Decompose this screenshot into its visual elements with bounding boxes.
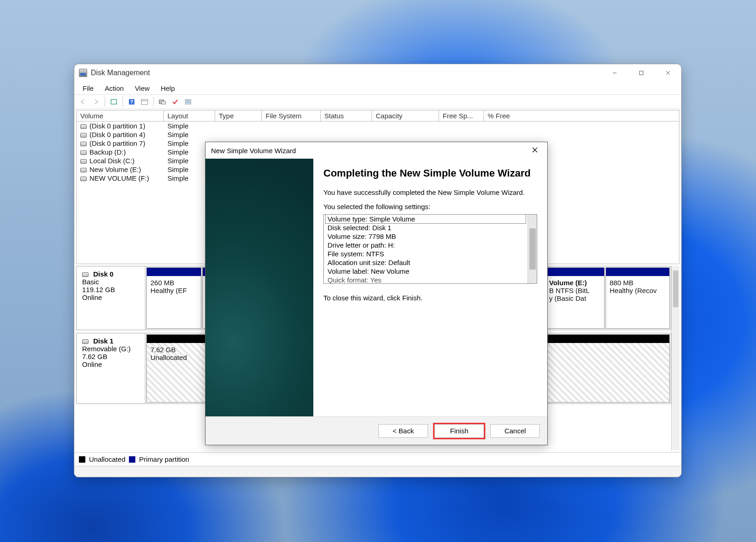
- wizard-settings-scrollbar[interactable]: [528, 215, 537, 283]
- svg-rect-1: [639, 71, 643, 75]
- app-title: Disk Management: [91, 69, 150, 77]
- volume-row[interactable]: (Disk 0 partition 1)Simple: [77, 122, 679, 130]
- wizard-completed-text: You have successfully completed the New …: [323, 188, 537, 196]
- wizard-setting-row[interactable]: Quick format: Yes: [326, 276, 526, 284]
- volume-row[interactable]: (Disk 0 partition 4)Simple: [77, 130, 679, 139]
- disk-icon: [80, 150, 87, 155]
- wizard-title: New Simple Volume Wizard: [211, 147, 296, 155]
- partition[interactable]: 880 MB Healthy (Recov: [606, 267, 670, 329]
- col-type[interactable]: Type: [215, 111, 262, 121]
- col-free[interactable]: Free Sp...: [439, 111, 484, 121]
- col-fs[interactable]: File System: [262, 111, 321, 121]
- col-status[interactable]: Status: [321, 111, 372, 121]
- disk-icon: [82, 339, 89, 344]
- toolbar: ?: [74, 94, 681, 109]
- disk-icon: [82, 272, 89, 277]
- disk-icon: [80, 124, 87, 129]
- legend: Unallocated Primary partition: [74, 452, 681, 466]
- wizard-settings-list[interactable]: Volume type: Simple Volume Disk selected…: [323, 214, 537, 284]
- disk-icon: [80, 133, 87, 138]
- help-icon[interactable]: ?: [126, 96, 138, 107]
- wizard-setting-row[interactable]: Drive letter or path: H:: [326, 241, 526, 249]
- app-icon: [79, 69, 87, 77]
- menu-file[interactable]: File: [77, 83, 99, 93]
- svg-text:?: ?: [130, 99, 133, 105]
- finish-button[interactable]: Finish: [434, 424, 484, 438]
- svg-rect-11: [185, 100, 191, 104]
- col-capacity[interactable]: Capacity: [372, 111, 439, 121]
- menu-view[interactable]: View: [129, 83, 155, 93]
- wizard-side-graphic: [206, 159, 313, 416]
- disk-label: Disk 0 Basic 119.12 GB Online: [77, 266, 145, 330]
- new-simple-volume-wizard: New Simple Volume Wizard Completing the …: [205, 142, 548, 445]
- legend-unallocated: Unallocated: [89, 455, 125, 463]
- svg-rect-10: [161, 101, 166, 104]
- menu-help[interactable]: Help: [155, 83, 180, 93]
- menu-action[interactable]: Action: [99, 83, 129, 93]
- col-pct-free[interactable]: % Free: [484, 111, 544, 121]
- partition[interactable]: 260 MB Healthy (EF: [146, 267, 201, 329]
- check-icon[interactable]: [169, 96, 181, 107]
- wizard-selected-text: You selected the following settings:: [323, 203, 537, 210]
- partition[interactable]: Volume (E:) B NTFS (BitL y (Basic Dat: [545, 267, 605, 329]
- wizard-setting-row[interactable]: Allocation unit size: Default: [326, 258, 526, 267]
- wizard-setting-row[interactable]: Volume label: New Volume: [326, 267, 526, 276]
- disk-label: Disk 1 Removable (G:) 7.62 GB Online: [77, 333, 145, 404]
- legend-primary: Primary partition: [139, 455, 189, 463]
- volume-list-header: Volume Layout Type File System Status Ca…: [77, 111, 679, 122]
- forward-icon[interactable]: [90, 96, 102, 107]
- wizard-setting-row[interactable]: Disk selected: Disk 1: [326, 223, 526, 232]
- disk-icon: [80, 142, 87, 146]
- calendar-icon[interactable]: [139, 96, 150, 107]
- legend-swatch-primary: [129, 456, 135, 463]
- settings-icon[interactable]: [156, 96, 168, 107]
- maximize-button[interactable]: [628, 64, 655, 82]
- wizard-button-row: < Back Finish Cancel: [206, 416, 547, 445]
- back-button[interactable]: < Back: [378, 424, 428, 438]
- wizard-close-hint: To close this wizard, click Finish.: [323, 294, 537, 302]
- disk-icon: [80, 159, 87, 164]
- cancel-button[interactable]: Cancel: [490, 424, 540, 438]
- wizard-titlebar[interactable]: New Simple Volume Wizard: [206, 142, 547, 159]
- svg-rect-7: [141, 100, 148, 105]
- disk-icon: [80, 177, 87, 181]
- statusbar: [74, 466, 681, 477]
- minimize-button[interactable]: [601, 64, 628, 82]
- titlebar[interactable]: Disk Management: [74, 64, 681, 82]
- back-icon[interactable]: [77, 96, 89, 107]
- refresh-icon[interactable]: [108, 96, 120, 107]
- wizard-setting-row[interactable]: Volume type: Simple Volume: [325, 214, 526, 224]
- properties-icon[interactable]: [182, 96, 194, 107]
- close-button[interactable]: [655, 64, 681, 82]
- wizard-heading: Completing the New Simple Volume Wizard: [323, 167, 537, 180]
- col-volume[interactable]: Volume: [77, 111, 164, 121]
- legend-swatch-unallocated: [79, 456, 85, 463]
- wizard-setting-row[interactable]: Volume size: 7798 MB: [326, 232, 526, 241]
- disk-map-scrollbar[interactable]: [671, 266, 679, 450]
- svg-rect-4: [111, 100, 117, 104]
- disk-icon: [80, 168, 87, 172]
- menubar: File Action View Help: [74, 82, 681, 94]
- col-layout[interactable]: Layout: [164, 111, 215, 121]
- wizard-close-icon[interactable]: [528, 146, 542, 155]
- wizard-setting-row[interactable]: File system: NTFS: [326, 249, 526, 258]
